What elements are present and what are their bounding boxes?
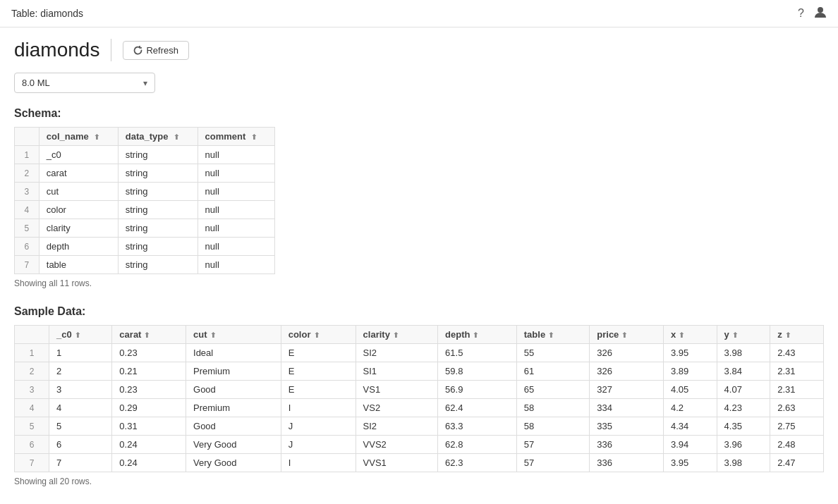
table-cell: 57 [516,454,589,472]
table-row: 3 cut string null [15,183,275,201]
schema-col-datatype[interactable]: data_type ⬆ [118,128,198,146]
z-cell: 2.43 [770,344,824,362]
col-name-cell: _c0 [39,146,118,164]
sample-col-carat[interactable]: carat⬆ [112,326,186,344]
data-type-cell: string [118,164,198,183]
schema-showing-text: Showing all 11 rows. [14,278,824,288]
user-button[interactable] [814,6,827,21]
row-number: 4 [15,399,49,417]
clarity-cell: VVS2 [356,436,438,454]
data-type-cell: string [118,146,198,164]
sort-icon-x: ⬆ [679,331,684,339]
sample-col-price[interactable]: price⬆ [590,326,664,344]
z-cell: 2.47 [770,454,824,472]
price-cell: 326 [590,344,664,362]
row-number: 5 [15,219,40,238]
sample-header-row: _c0⬆ carat⬆ cut⬆ color⬆ clarity⬆ depth⬆ … [15,326,824,344]
y-cell: 3.98 [717,454,770,472]
comment-cell: null [198,201,274,219]
table-row: 4 4 0.29 Premium I VS2 62.4 58 334 4.2 4… [15,399,824,417]
c0-cell: 4 [49,399,112,417]
comment-cell: null [198,183,274,201]
row-number: 1 [15,146,40,164]
comment-cell: null [198,146,274,164]
data-type-cell: string [118,256,198,274]
col-name-cell: depth [39,238,118,256]
clarity-cell: SI1 [356,362,438,381]
y-cell: 4.07 [717,381,770,399]
page-title: diamonds [14,39,99,61]
schema-col-comment[interactable]: comment ⬆ [198,128,274,146]
sample-col-depth[interactable]: depth⬆ [438,326,517,344]
sample-col-color[interactable]: color⬆ [281,326,356,344]
table-cell: 57 [516,436,589,454]
data-type-cell: string [118,219,198,238]
sort-icon-y: ⬆ [732,331,738,339]
z-cell: 2.75 [770,417,824,436]
carat-cell: 0.23 [112,381,186,399]
carat-cell: 0.24 [112,454,186,472]
row-number: 2 [15,164,40,183]
comment-cell: null [198,238,274,256]
sample-col-table[interactable]: table⬆ [516,326,589,344]
sort-icon-comment: ⬆ [251,133,257,141]
sample-col-x[interactable]: x⬆ [663,326,717,344]
cut-cell: Very Good [186,436,281,454]
sample-col-rownum [15,326,49,344]
schema-section-title: Schema: [14,107,824,120]
sort-icon-depth: ⬆ [473,331,478,339]
table-row: 6 6 0.24 Very Good J VVS2 62.8 57 336 3.… [15,436,824,454]
sample-col-y[interactable]: y⬆ [717,326,770,344]
version-dropdown[interactable]: 8.0 ML ▾ [14,73,155,93]
clarity-cell: VS1 [356,381,438,399]
depth-cell: 59.8 [438,362,517,381]
table-row: 1 _c0 string null [15,146,275,164]
sample-col-cut[interactable]: cut⬆ [186,326,281,344]
y-cell: 4.23 [717,399,770,417]
data-type-cell: string [118,201,198,219]
c0-cell: 2 [49,362,112,381]
table-row: 2 2 0.21 Premium E SI1 59.8 61 326 3.89 … [15,362,824,381]
color-cell: I [281,454,356,472]
table-row: 7 7 0.24 Very Good I VVS1 62.3 57 336 3.… [15,454,824,472]
header-divider [111,39,111,61]
row-number: 6 [15,238,40,256]
user-icon [814,6,827,18]
main-content: diamonds Refresh 8.0 ML ▾ Schema: col_na… [0,27,838,498]
refresh-button[interactable]: Refresh [123,41,189,60]
table-cell: 58 [516,399,589,417]
sample-data-section: Sample Data: _c0⬆ carat⬆ cut⬆ color⬆ cla… [14,305,824,486]
x-cell: 4.05 [663,381,717,399]
schema-col-rownum [15,128,40,146]
sample-col-clarity[interactable]: clarity⬆ [356,326,438,344]
chevron-down-icon: ▾ [143,78,147,88]
sort-icon-price: ⬆ [621,331,627,339]
sort-icon-c0: ⬆ [75,331,80,339]
cut-cell: Premium [186,399,281,417]
dropdown-value: 8.0 ML [22,78,50,88]
c0-cell: 6 [49,436,112,454]
sort-icon-z: ⬆ [785,331,791,339]
table-row: 2 carat string null [15,164,275,183]
col-name-cell: clarity [39,219,118,238]
sample-col-c0[interactable]: _c0⬆ [49,326,112,344]
table-cell: 58 [516,417,589,436]
comment-cell: null [198,219,274,238]
depth-cell: 63.3 [438,417,517,436]
z-cell: 2.48 [770,436,824,454]
sort-icon-color: ⬆ [314,331,320,339]
c0-cell: 1 [49,344,112,362]
sample-col-z[interactable]: z⬆ [770,326,824,344]
color-cell: J [281,436,356,454]
col-name-cell: cut [39,183,118,201]
schema-col-colname[interactable]: col_name ⬆ [39,128,118,146]
row-number: 3 [15,381,49,399]
help-button[interactable]: ? [798,7,804,20]
price-cell: 326 [590,362,664,381]
color-cell: I [281,399,356,417]
col-name-cell: carat [39,164,118,183]
x-cell: 3.94 [663,436,717,454]
c0-cell: 5 [49,417,112,436]
depth-cell: 56.9 [438,381,517,399]
comment-cell: null [198,256,274,274]
